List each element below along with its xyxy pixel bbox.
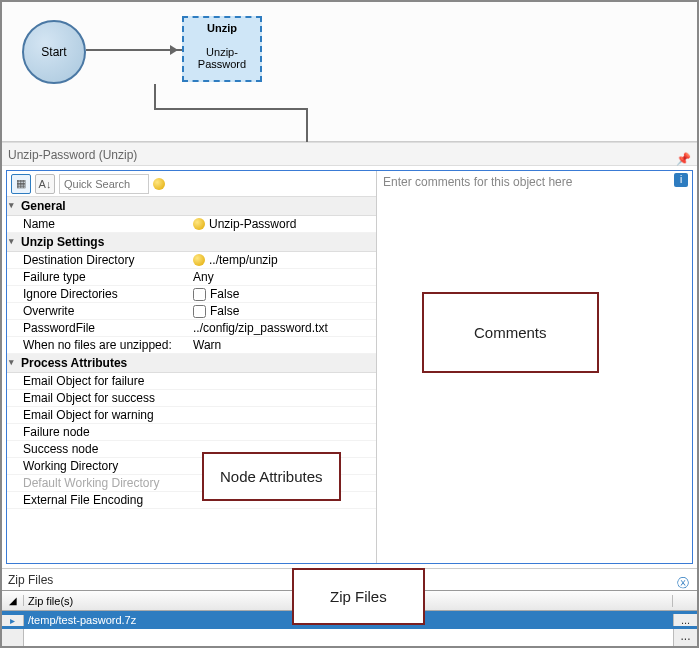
prop-row-pwfile: PasswordFile ../config/zip_password.txt — [7, 320, 376, 337]
info-icon[interactable]: i — [674, 173, 688, 187]
prop-label: Overwrite — [23, 304, 193, 318]
categorized-view-button[interactable]: ▦ — [11, 174, 31, 194]
prop-label: Destination Directory — [23, 253, 193, 267]
prop-row-emailwarn: Email Object for warning — [7, 407, 376, 424]
browse-button[interactable]: ... — [673, 629, 697, 647]
row-handle-icon[interactable] — [2, 629, 24, 647]
prop-label: Name — [23, 217, 193, 231]
indicator-icon — [153, 178, 165, 190]
prop-value[interactable]: Unzip-Password — [193, 217, 376, 231]
comments-placeholder: Enter comments for this object here — [383, 175, 686, 189]
section-general[interactable]: General — [7, 197, 376, 216]
pin-icon[interactable]: 📌 — [676, 147, 691, 171]
unzip-node-subtitle: Unzip-Password — [184, 34, 260, 70]
start-node-label: Start — [41, 45, 66, 59]
row-handle-icon[interactable]: ▸ — [2, 615, 24, 626]
left-panel: ▦ A↓ General Name Unzip-Password Unzip S… — [7, 171, 377, 563]
prop-row-overwrite: Overwrite False — [7, 303, 376, 320]
connector-line — [154, 84, 156, 110]
prop-row-nofiles: When no files are unzipped: Warn — [7, 337, 376, 354]
property-toolbar: ▦ A↓ — [7, 171, 376, 197]
indicator-icon — [193, 254, 205, 266]
ignoredirs-checkbox[interactable] — [193, 288, 206, 301]
prop-value[interactable]: Any — [193, 270, 376, 284]
prop-label: Ignore Directories — [23, 287, 193, 301]
connector-line — [306, 108, 308, 142]
prop-label: When no files are unzipped: — [23, 338, 193, 352]
prop-row-emailfail: Email Object for failure — [7, 373, 376, 390]
panel-title-bar: Unzip-Password (Unzip) 📌 — [2, 142, 697, 166]
section-process[interactable]: Process Attributes — [7, 354, 376, 373]
panel-title-text: Unzip-Password (Unzip) — [8, 148, 137, 162]
table-row[interactable]: ... — [2, 629, 697, 647]
close-icon[interactable]: ⓧ — [677, 572, 689, 594]
prop-row-failnode: Failure node — [7, 424, 376, 441]
connector-line — [154, 108, 308, 110]
prop-value[interactable]: False — [193, 287, 376, 301]
overwrite-checkbox[interactable] — [193, 305, 206, 318]
annotation-zipfiles: Zip Files — [292, 568, 425, 625]
start-node[interactable]: Start — [22, 20, 86, 84]
prop-value[interactable]: ../config/zip_password.txt — [193, 321, 376, 335]
prop-row-ignoredirs: Ignore Directories False — [7, 286, 376, 303]
prop-row-failtype: Failure type Any — [7, 269, 376, 286]
connector-arrow — [86, 49, 182, 51]
zipfile-path-cell[interactable] — [24, 629, 673, 647]
unzip-node[interactable]: Unzip Unzip-Password — [182, 16, 262, 82]
prop-value[interactable]: ../temp/unzip — [193, 253, 376, 267]
prop-row-name: Name Unzip-Password — [7, 216, 376, 233]
annotation-node-attributes: Node Attributes — [202, 452, 341, 501]
prop-value[interactable]: Warn — [193, 338, 376, 352]
prop-value[interactable]: False — [193, 304, 376, 318]
browse-button[interactable]: ... — [673, 614, 697, 626]
prop-row-emailsucc: Email Object for success — [7, 390, 376, 407]
annotation-comments: Comments — [422, 292, 599, 373]
indicator-icon — [193, 218, 205, 230]
prop-row-destdir: Destination Directory ../temp/unzip — [7, 252, 376, 269]
prop-label: Failure type — [23, 270, 193, 284]
unzip-node-title: Unzip — [184, 18, 260, 34]
prop-label: PasswordFile — [23, 321, 193, 335]
property-grid[interactable]: General Name Unzip-Password Unzip Settin… — [7, 197, 376, 563]
zipfiles-title: Zip Files — [8, 573, 53, 587]
expand-icon[interactable]: ◢ — [2, 595, 24, 606]
search-input[interactable] — [59, 174, 149, 194]
section-unzip[interactable]: Unzip Settings — [7, 233, 376, 252]
sort-az-button[interactable]: A↓ — [35, 174, 55, 194]
diagram-canvas[interactable]: Start Unzip Unzip-Password — [2, 2, 697, 142]
